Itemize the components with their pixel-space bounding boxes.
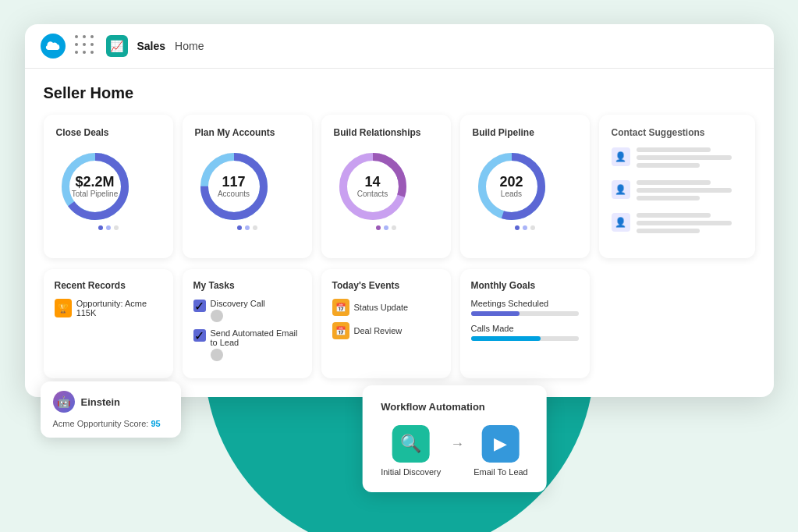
event-icon-1: 📅: [332, 299, 349, 316]
event-text-2: Deal Review: [354, 326, 403, 335]
contact-suggestions-title: Contact Suggestions: [612, 127, 743, 138]
contact-icon-3: 👤: [612, 213, 630, 232]
suggestions-spacer: [599, 269, 755, 378]
suggestion-line: [637, 155, 732, 160]
build-relationships-center: 14 Contacts: [357, 175, 388, 199]
build-pipeline-card[interactable]: Build Pipeline 202 Leads: [460, 115, 590, 258]
workflow-step-initial[interactable]: 🔍 Initial Discovery: [381, 425, 441, 477]
build-relationships-value: 14: [357, 175, 388, 190]
build-pipeline-center: 202 Leads: [499, 175, 523, 199]
close-deals-donut: $2.2M Total Pipeline: [56, 147, 134, 225]
nav-dots[interactable]: [75, 35, 97, 57]
main-window: 📈 Sales Home Seller Home Close Deals: [25, 24, 774, 397]
page-content: Seller Home Close Deals $2.2M Tot: [25, 69, 774, 397]
build-pipeline-value: 202: [499, 175, 523, 190]
event-item-1[interactable]: 📅 Status Update: [332, 299, 440, 316]
einstein-popup[interactable]: 🤖 Einstein Acme Opportunity Score: 95: [41, 381, 181, 438]
suggestion-line: [637, 196, 700, 200]
monthly-goals-title: Monthly Goals: [471, 280, 579, 291]
build-pipeline-donut: 202 Leads: [473, 147, 551, 225]
close-deals-card[interactable]: Close Deals $2.2M Total Pipeline: [44, 115, 173, 258]
suggestion-lines-3: [637, 213, 743, 236]
plan-accounts-title: Plan My Accounts: [195, 127, 300, 138]
close-deals-value: $2.2M: [72, 175, 118, 190]
nav-app-icon: 📈: [106, 35, 128, 57]
contact-suggestions-card[interactable]: Contact Suggestions 👤 👤: [599, 115, 755, 258]
task-check-2: ✓: [193, 329, 206, 342]
todays-events-card[interactable]: Today's Events 📅 Status Update 📅 Deal Re…: [321, 269, 451, 378]
plan-accounts-sublabel: Accounts: [218, 190, 250, 198]
workflow-icon-initial: 🔍: [392, 425, 430, 463]
task-text-2: Send Automated Email to Lead: [211, 328, 301, 347]
build-relationships-card[interactable]: Build Relationships 14 Contacts: [321, 115, 451, 258]
task-check-1: ✓: [193, 300, 206, 312]
salesforce-logo[interactable]: [41, 34, 66, 59]
cards-row: Close Deals $2.2M Total Pipeline: [44, 115, 755, 258]
close-deals-dots: [56, 225, 161, 230]
workflow-label-email: Email To Lead: [473, 467, 528, 477]
task-item-2[interactable]: ✓ Send Automated Email to Lead: [193, 328, 301, 361]
build-relationships-title: Build Relationships: [334, 127, 438, 138]
todays-events-title: Today's Events: [332, 280, 440, 291]
plan-accounts-center: 117 Accounts: [218, 175, 250, 199]
workflow-step-email[interactable]: ▶ Email To Lead: [473, 425, 528, 477]
recent-record-text: Opportunity: Acme 115K: [76, 299, 162, 317]
suggestion-line: [637, 188, 732, 193]
build-relationships-dots: [334, 225, 438, 230]
einstein-score-value: 95: [151, 419, 160, 428]
suggestion-item-3[interactable]: 👤: [612, 213, 743, 236]
nav-home-link[interactable]: Home: [175, 40, 204, 52]
event-item-2[interactable]: 📅 Deal Review: [332, 322, 440, 339]
suggestion-line: [637, 229, 700, 233]
einstein-avatar: 🤖: [53, 391, 75, 413]
close-deals-sublabel: Total Pipeline: [72, 190, 118, 198]
goal-item-meetings: Meetings Scheduled: [471, 299, 579, 316]
goal-label-meetings: Meetings Scheduled: [471, 299, 579, 308]
build-relationships-donut: 14 Contacts: [334, 147, 412, 225]
opportunity-icon: 🏆: [55, 299, 72, 317]
nav-bar: 📈 Sales Home: [25, 24, 774, 69]
build-pipeline-title: Build Pipeline: [473, 127, 577, 138]
task-text-1: Discovery Call: [211, 299, 265, 308]
cloud-icon: [45, 38, 61, 54]
suggestion-line: [637, 163, 700, 168]
plan-accounts-donut: 117 Accounts: [195, 147, 273, 225]
monthly-goals-card[interactable]: Monthly Goals Meetings Scheduled Calls M…: [460, 269, 590, 378]
goal-bar-bg-calls: [471, 336, 579, 341]
einstein-name: Einstein: [81, 396, 121, 408]
task-item-1[interactable]: ✓ Discovery Call: [193, 299, 301, 322]
goal-bar-bg-meetings: [471, 311, 579, 316]
close-deals-title: Close Deals: [56, 127, 161, 138]
einstein-score-text: Acme Opportunity Score: 95: [53, 419, 168, 428]
task-avatar-2: [211, 349, 223, 361]
suggestion-lines-2: [637, 180, 743, 204]
suggestion-line: [637, 147, 711, 152]
recent-records-card[interactable]: Recent Records 🏆 Opportunity: Acme 115K: [44, 269, 173, 378]
goal-item-calls: Calls Made: [471, 324, 579, 341]
workflow-title: Workflow Automation: [381, 401, 528, 413]
einstein-score-label: Acme Opportunity Score:: [53, 419, 149, 428]
workflow-arrow: →: [450, 436, 464, 452]
suggestion-lines-1: [637, 147, 743, 171]
plan-accounts-card[interactable]: Plan My Accounts 117 Accounts: [183, 115, 312, 258]
build-pipeline-dots: [473, 225, 577, 230]
my-tasks-title: My Tasks: [193, 280, 301, 291]
event-text-1: Status Update: [354, 303, 409, 312]
suggestion-item-1[interactable]: 👤: [612, 147, 743, 171]
einstein-header: 🤖 Einstein: [53, 391, 168, 413]
workflow-icon-email: ▶: [482, 425, 520, 463]
build-pipeline-sublabel: Leads: [499, 190, 523, 198]
recent-record-item[interactable]: 🏆 Opportunity: Acme 115K: [55, 299, 162, 317]
my-tasks-card[interactable]: My Tasks ✓ Discovery Call ✓ Send Automat…: [183, 269, 312, 378]
suggestion-line: [637, 180, 711, 185]
event-icon-2: 📅: [332, 322, 349, 339]
plan-accounts-value: 117: [218, 175, 250, 190]
page-title: Seller Home: [44, 84, 755, 102]
outer-bg: 📈 Sales Home Seller Home Close Deals: [25, 24, 774, 508]
build-relationships-sublabel: Contacts: [357, 190, 388, 198]
nav-app-name[interactable]: Sales: [137, 40, 166, 52]
suggestion-item-2[interactable]: 👤: [612, 180, 743, 204]
workflow-popup[interactable]: Workflow Automation 🔍 Initial Discovery …: [362, 385, 547, 492]
contact-icon-1: 👤: [612, 147, 630, 166]
workflow-label-initial: Initial Discovery: [381, 467, 441, 477]
